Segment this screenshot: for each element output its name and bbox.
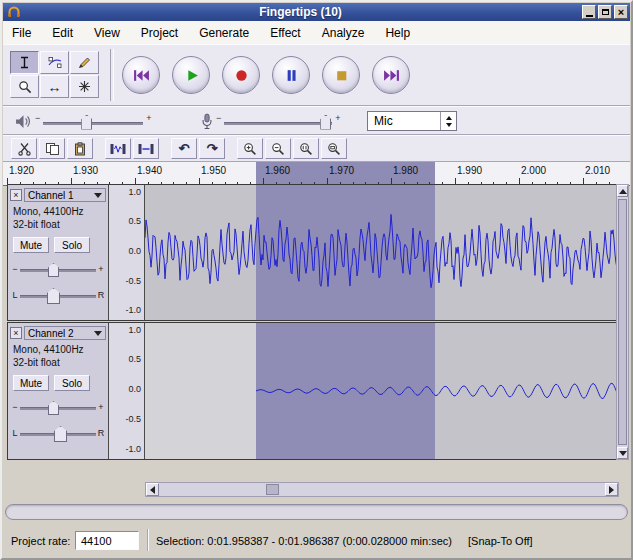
menu-item-help[interactable]: Help [385, 26, 410, 40]
silence-button[interactable] [133, 138, 159, 159]
minimize-icon [586, 15, 593, 17]
track-title-dropdown[interactable]: Channel 1 [24, 188, 106, 202]
output-volume-thumb[interactable] [81, 115, 92, 130]
spinner-arrows-icon[interactable] [440, 112, 456, 130]
pan-slider[interactable] [20, 425, 96, 441]
input-volume-slider[interactable] [224, 113, 332, 131]
menu-item-edit[interactable]: Edit [52, 26, 73, 40]
menu-item-analyze[interactable]: Analyze [322, 26, 365, 40]
vertical-scrollbar-thumb[interactable] [618, 199, 627, 445]
fit-project-button[interactable] [321, 138, 347, 159]
mute-button[interactable]: Mute [13, 237, 49, 253]
stop-button[interactable] [322, 56, 360, 94]
close-button[interactable]: × [614, 5, 628, 19]
scissors-icon [17, 142, 32, 156]
gain-slider[interactable] [20, 399, 96, 415]
gain-slider-thumb[interactable] [48, 401, 59, 415]
horizontal-scrollbar-thumb[interactable] [266, 484, 279, 495]
scale-label: 1.0 [128, 325, 141, 335]
input-source-select[interactable]: Mic [367, 111, 457, 131]
skip-to-end-icon [383, 68, 400, 83]
track-close-button[interactable]: × [10, 189, 22, 201]
envelope-tool-button[interactable] [40, 51, 69, 74]
pan-slider-thumb[interactable] [47, 288, 60, 304]
window-title: Fingertips (10) [21, 3, 580, 21]
main-toolbar: ↔ [3, 44, 630, 106]
menu-item-view[interactable]: View [94, 26, 120, 40]
menu-item-generate[interactable]: Generate [199, 26, 249, 40]
scroll-right-button[interactable] [605, 483, 618, 496]
silence-icon [138, 142, 154, 156]
statusbar: Project rate: 44100 Selection: 0:01.9583… [3, 523, 630, 557]
app-icon [7, 5, 21, 19]
vertical-ruler[interactable]: 1.0 0.5 0.0 -0.5 -1.0 [109, 323, 145, 459]
input-volume-thumb[interactable] [320, 115, 331, 130]
gain-plus-label: + [96, 264, 106, 274]
zoom-out-button[interactable] [265, 138, 291, 159]
maximize-button[interactable] [598, 5, 612, 19]
titlebar[interactable]: Fingertips (10) × [3, 3, 630, 21]
output-volume-slider[interactable] [43, 113, 143, 131]
timeline-ruler[interactable]: 1.9201.9301.9401.9501.9601.9701.9801.990… [3, 162, 630, 186]
zoom-tool-button[interactable] [10, 75, 39, 98]
copy-icon [45, 142, 60, 156]
track-title-dropdown[interactable]: Channel 2 [24, 326, 106, 340]
scale-label: -0.5 [125, 414, 141, 424]
scale-label: 1.0 [128, 187, 141, 197]
fit-selection-icon [299, 142, 313, 156]
waveform-area[interactable] [145, 185, 617, 320]
scale-label: 0.5 [128, 354, 141, 364]
zoom-in-button[interactable] [237, 138, 263, 159]
draw-tool-button[interactable] [70, 51, 99, 74]
microphone-icon [201, 113, 213, 130]
menu-item-project[interactable]: Project [141, 26, 178, 40]
transport-controls [122, 56, 410, 94]
mixer-toolbar: − + − + Mic [3, 106, 630, 135]
gain-slider[interactable] [20, 261, 96, 277]
waveform-channel-1[interactable] [145, 185, 617, 320]
arrow-up-icon [619, 189, 627, 194]
pause-button[interactable] [272, 56, 310, 94]
vertical-scrollbar[interactable] [616, 184, 629, 460]
paste-button[interactable] [67, 138, 93, 159]
copy-button[interactable] [39, 138, 65, 159]
scale-label: -0.5 [125, 276, 141, 286]
ruler-label: 1.990 [457, 165, 482, 176]
multi-tool-button[interactable] [70, 75, 99, 98]
menu-item-file[interactable]: File [12, 26, 31, 40]
skip-to-start-button[interactable] [122, 56, 160, 94]
fit-selection-button[interactable] [293, 138, 319, 159]
undo-button[interactable]: ↶ [171, 138, 197, 159]
track-close-button[interactable]: × [10, 327, 22, 339]
vertical-ruler[interactable]: 1.0 0.5 0.0 -0.5 -1.0 [109, 185, 145, 320]
scroll-up-button[interactable] [617, 185, 628, 197]
skip-to-end-button[interactable] [372, 56, 410, 94]
input-plus-label: + [332, 113, 343, 123]
waveform-area[interactable] [145, 323, 617, 459]
solo-button[interactable]: Solo [54, 237, 90, 253]
waveform-channel-2[interactable] [145, 323, 617, 459]
pan-slider-thumb[interactable] [54, 426, 67, 442]
pan-slider[interactable] [20, 287, 96, 303]
scroll-left-button[interactable] [146, 483, 159, 496]
paste-icon [73, 142, 87, 156]
selection-tool-button[interactable] [10, 51, 39, 74]
record-button[interactable] [222, 56, 260, 94]
cut-button[interactable] [11, 138, 37, 159]
trim-button[interactable] [105, 138, 131, 159]
mute-button[interactable]: Mute [13, 375, 49, 391]
arrow-down-icon [446, 123, 452, 127]
play-button[interactable] [172, 56, 210, 94]
menu-item-effect[interactable]: Effect [270, 26, 300, 40]
solo-button[interactable]: Solo [54, 375, 90, 391]
horizontal-scrollbar[interactable] [145, 482, 619, 497]
minimize-button[interactable] [582, 5, 596, 19]
gain-slider-thumb[interactable] [48, 263, 59, 277]
ruler-label: 1.960 [265, 165, 290, 176]
skip-to-start-icon [133, 68, 150, 83]
envelope-icon [48, 56, 62, 69]
timeshift-tool-button[interactable]: ↔ [40, 75, 69, 98]
redo-button[interactable]: ↷ [199, 138, 225, 159]
redo-icon: ↷ [207, 142, 218, 155]
scroll-down-button[interactable] [617, 447, 628, 459]
